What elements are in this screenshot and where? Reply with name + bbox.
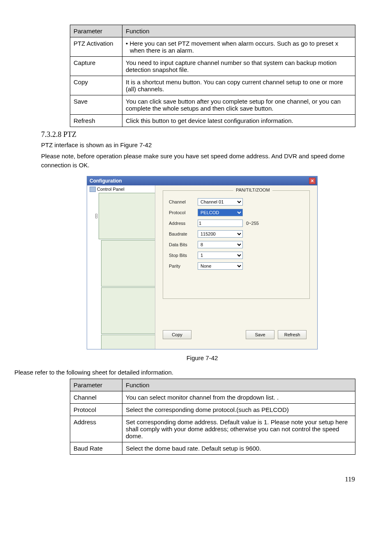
refresh-button[interactable]: Refresh	[278, 330, 307, 339]
table-1: Parameter Function PTZ Activation • Here…	[70, 25, 355, 127]
groupbox-label: PAN/TILT/ZOOM	[233, 187, 272, 192]
section-heading: 7.3.2.8 PTZ	[41, 130, 363, 139]
collapse-icon[interactable]: -	[95, 214, 97, 218]
label-databits: Data Bits	[169, 242, 198, 247]
page-icon	[101, 287, 155, 334]
stopbits-select[interactable]: 1	[198, 252, 243, 259]
databits-select[interactable]: 8	[198, 241, 243, 248]
table-row: Channel You can select monitor channel f…	[70, 391, 355, 404]
tree-leaf[interactable]: LOG	[101, 334, 155, 349]
body-text: Please note, before operation please mak…	[41, 152, 363, 170]
table-header: Function	[122, 25, 355, 37]
table-row: Address Set corresponding dome address. …	[70, 416, 355, 442]
body-text: Please refer to the following sheet for …	[14, 368, 363, 377]
table-row: Save You can click save button after you…	[70, 95, 355, 115]
address-input[interactable]	[198, 220, 243, 227]
label-baudrate: Baudrate	[169, 231, 198, 236]
table-row: Protocol Select the corresponding dome p…	[70, 404, 355, 416]
table-row: Capture You need to input capture channe…	[70, 57, 355, 76]
dialog-titlebar: Configuration ×	[87, 176, 317, 185]
figure: Configuration × Control Panel -Query Sys…	[41, 176, 363, 349]
parity-select[interactable]: None	[198, 262, 243, 270]
tree-root[interactable]: Control Panel	[90, 186, 155, 192]
label-stopbits: Stop Bits	[169, 253, 198, 258]
table-header: Parameter	[70, 25, 122, 37]
table-header: Function	[122, 379, 355, 391]
tree-node-query[interactable]: -Query System Info	[95, 192, 155, 240]
table-row: PTZ Activation • Here you can set PTZ mo…	[70, 37, 355, 57]
page-icon	[101, 240, 155, 287]
panel-icon	[90, 187, 96, 192]
page-icon	[99, 193, 155, 239]
table-header: Parameter	[70, 379, 122, 391]
tree-leaf[interactable]: HDD INFO	[101, 287, 155, 334]
body-text: PTZ interface is shown as in Figure 7-42	[41, 141, 363, 150]
tree-panel: Control Panel -Query System Info VERSION…	[87, 185, 155, 349]
label-protocol: Protocol	[169, 210, 198, 215]
ptz-groupbox: PAN/TILT/ZOOM Channel Channel 01 Protoco…	[163, 190, 310, 299]
dialog-title: Configuration	[90, 178, 122, 184]
protocol-select[interactable]: PELCOD	[198, 209, 243, 216]
configuration-dialog: Configuration × Control Panel -Query Sys…	[87, 176, 318, 349]
label-address: Address	[169, 221, 198, 226]
page-number: 119	[41, 475, 363, 483]
save-button[interactable]: Save	[246, 330, 274, 339]
page-icon	[101, 335, 155, 349]
copy-button[interactable]: Copy	[163, 330, 191, 339]
table-row: Refresh Click this button to get device …	[70, 115, 355, 127]
form-panel: PAN/TILT/ZOOM Channel Channel 01 Protoco…	[155, 185, 317, 349]
table-row: Baud Rate Select the dome baud rate. Def…	[70, 442, 355, 455]
baudrate-select[interactable]: 115200	[198, 230, 243, 238]
address-hint: 0~255	[246, 221, 259, 226]
label-parity: Parity	[169, 264, 198, 268]
label-channel: Channel	[169, 199, 198, 204]
channel-select[interactable]: Channel 01	[198, 198, 243, 206]
close-icon[interactable]: ×	[309, 178, 316, 184]
button-row: Copy Save Refresh	[163, 330, 310, 339]
figure-caption: Figure 7-42	[41, 354, 363, 361]
tree-leaf[interactable]: VERSION	[101, 240, 155, 287]
table-2: Parameter Function Channel You can selec…	[70, 379, 355, 455]
table-row: Copy It is a shortcut menu button. You c…	[70, 76, 355, 95]
